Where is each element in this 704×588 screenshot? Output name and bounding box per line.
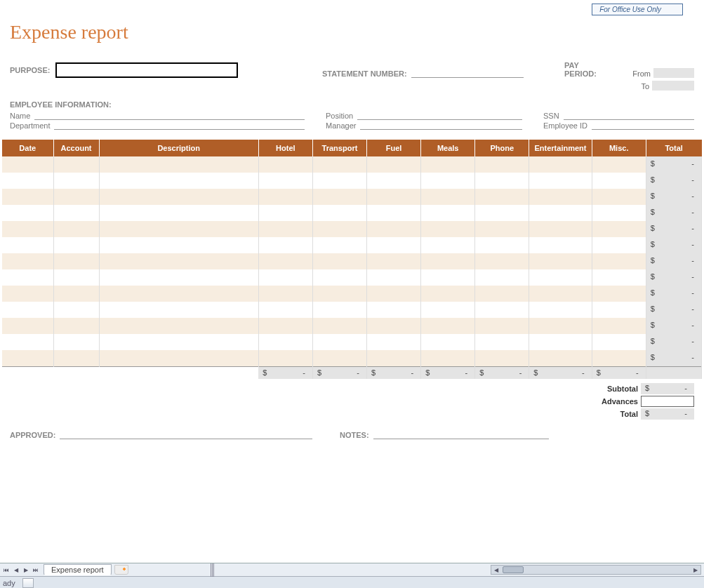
table-cell[interactable] xyxy=(2,269,53,286)
table-cell[interactable] xyxy=(99,318,258,334)
scroll-left-icon[interactable]: ◀ xyxy=(491,567,501,573)
table-cell[interactable] xyxy=(367,269,421,286)
table-cell[interactable] xyxy=(421,302,475,318)
col-fuel[interactable]: Fuel xyxy=(367,140,421,156)
table-cell[interactable] xyxy=(53,286,99,302)
table-cell[interactable] xyxy=(592,286,646,302)
table-cell[interactable] xyxy=(529,334,592,350)
table-cell[interactable] xyxy=(529,189,592,205)
table-cell[interactable] xyxy=(53,237,99,253)
table-cell[interactable] xyxy=(367,189,421,205)
table-cell[interactable] xyxy=(99,221,258,237)
table-cell[interactable] xyxy=(529,156,592,173)
ssn-input[interactable] xyxy=(564,112,694,120)
table-cell[interactable] xyxy=(312,350,366,366)
table-cell[interactable] xyxy=(99,334,258,350)
table-cell[interactable] xyxy=(529,221,592,237)
table-cell[interactable] xyxy=(312,286,366,302)
table-cell[interactable] xyxy=(258,269,312,286)
table-cell[interactable] xyxy=(367,156,421,173)
table-cell[interactable] xyxy=(312,253,366,269)
table-cell[interactable] xyxy=(475,302,529,318)
table-cell[interactable] xyxy=(421,253,475,269)
table-cell[interactable] xyxy=(421,334,475,350)
table-cell[interactable] xyxy=(99,205,258,221)
advances-input[interactable] xyxy=(641,396,694,407)
table-cell[interactable] xyxy=(529,237,592,253)
table-cell[interactable] xyxy=(312,302,366,318)
table-cell[interactable] xyxy=(529,318,592,334)
table-cell[interactable] xyxy=(2,350,53,366)
table-cell[interactable] xyxy=(2,253,53,269)
table-cell[interactable] xyxy=(592,334,646,350)
table-cell[interactable] xyxy=(53,302,99,318)
purpose-input[interactable] xyxy=(55,62,238,78)
table-cell[interactable] xyxy=(258,350,312,366)
table-cell[interactable] xyxy=(592,189,646,205)
table-cell[interactable] xyxy=(529,253,592,269)
table-cell[interactable] xyxy=(592,318,646,334)
table-cell[interactable] xyxy=(99,350,258,366)
table-cell[interactable] xyxy=(2,286,53,302)
table-cell[interactable] xyxy=(367,350,421,366)
table-cell[interactable] xyxy=(312,156,366,173)
table-cell[interactable] xyxy=(258,334,312,350)
table-cell[interactable] xyxy=(99,286,258,302)
manager-input[interactable] xyxy=(360,121,522,130)
table-cell[interactable] xyxy=(529,286,592,302)
col-misc[interactable]: Misc. xyxy=(592,140,646,156)
table-cell[interactable] xyxy=(2,334,53,350)
col-total[interactable]: Total xyxy=(646,140,701,156)
table-cell[interactable] xyxy=(99,237,258,253)
table-cell[interactable] xyxy=(312,189,366,205)
col-entertainment[interactable]: Entertainment xyxy=(529,140,592,156)
table-cell[interactable] xyxy=(258,156,312,173)
table-cell[interactable] xyxy=(367,302,421,318)
table-cell[interactable] xyxy=(312,205,366,221)
table-cell[interactable] xyxy=(367,221,421,237)
table-cell[interactable] xyxy=(53,205,99,221)
col-meals[interactable]: Meals xyxy=(421,140,475,156)
statement-number-input[interactable] xyxy=(411,68,524,78)
table-cell[interactable] xyxy=(99,269,258,286)
table-cell[interactable] xyxy=(529,350,592,366)
table-cell[interactable] xyxy=(475,189,529,205)
table-cell[interactable] xyxy=(258,318,312,334)
table-cell[interactable] xyxy=(367,334,421,350)
table-cell[interactable] xyxy=(367,205,421,221)
table-cell[interactable] xyxy=(312,173,366,189)
name-input[interactable] xyxy=(34,112,305,120)
col-transport[interactable]: Transport xyxy=(312,140,366,156)
position-input[interactable] xyxy=(357,112,522,120)
table-cell[interactable] xyxy=(2,318,53,334)
table-cell[interactable] xyxy=(475,253,529,269)
table-cell[interactable] xyxy=(592,237,646,253)
table-cell[interactable] xyxy=(99,173,258,189)
table-cell[interactable] xyxy=(53,318,99,334)
table-cell[interactable] xyxy=(475,334,529,350)
table-cell[interactable] xyxy=(258,253,312,269)
table-cell[interactable] xyxy=(592,350,646,366)
table-cell[interactable] xyxy=(529,269,592,286)
table-cell[interactable] xyxy=(312,318,366,334)
table-cell[interactable] xyxy=(367,253,421,269)
notes-input[interactable] xyxy=(373,431,549,439)
sheet-tab[interactable]: Expense report xyxy=(44,564,112,575)
table-cell[interactable] xyxy=(53,269,99,286)
table-cell[interactable] xyxy=(312,269,366,286)
table-cell[interactable] xyxy=(258,205,312,221)
sheet-nav-prev[interactable]: ◀ xyxy=(11,564,21,575)
table-cell[interactable] xyxy=(312,334,366,350)
table-cell[interactable] xyxy=(53,334,99,350)
table-cell[interactable] xyxy=(529,205,592,221)
table-cell[interactable] xyxy=(421,269,475,286)
table-cell[interactable] xyxy=(421,286,475,302)
table-cell[interactable] xyxy=(2,205,53,221)
table-cell[interactable] xyxy=(2,156,53,173)
tab-grip[interactable] xyxy=(211,563,214,577)
col-date[interactable]: Date xyxy=(2,140,53,156)
table-cell[interactable] xyxy=(475,350,529,366)
sheet-nav-last[interactable]: ⏭ xyxy=(31,564,41,575)
table-cell[interactable] xyxy=(421,318,475,334)
table-cell[interactable] xyxy=(2,189,53,205)
